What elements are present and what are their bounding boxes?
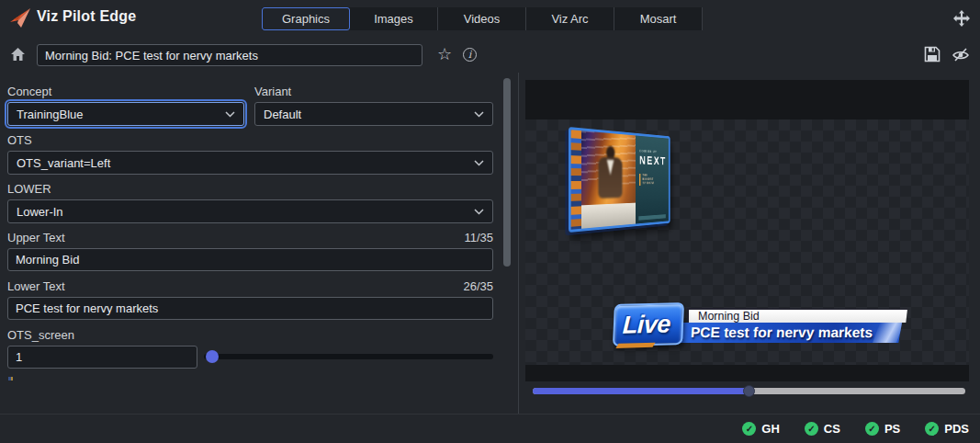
preview-panel: COMING UP NEXT THE BIGGEST TV SHOW PCE t…	[519, 72, 980, 414]
status-pds: ✓ PDS	[925, 422, 969, 436]
hide-preview-icon[interactable]	[952, 47, 970, 62]
next-text: NEXT	[639, 153, 666, 167]
lower-text-input[interactable]	[7, 297, 493, 320]
check-circle-icon: ✓	[805, 422, 818, 436]
tab-mosart[interactable]: Mosart	[614, 7, 703, 30]
ots-value: OTS_variant=Left	[17, 156, 110, 170]
lower-third-top-text: Morning Bid	[698, 310, 760, 323]
guest-silhouette	[597, 145, 628, 215]
lower-text-label: Lower Text	[7, 279, 65, 293]
chevron-down-icon	[474, 209, 484, 215]
tab-viz-arc[interactable]: Viz Arc	[526, 7, 614, 30]
ots-guest-photo	[581, 131, 636, 229]
variant-label: Variant	[254, 85, 291, 98]
ots-mini-ticker	[638, 214, 665, 221]
lower-third-bottom-bar: PCE test for nervy markets	[676, 323, 902, 343]
template-form-panel: Concept Variant TrainingBlue Default OTS…	[0, 72, 518, 414]
slider-thumb[interactable]	[206, 350, 219, 363]
ots-screen-slider[interactable]	[204, 354, 493, 359]
status-label: GH	[761, 422, 780, 436]
ots-graphic-preview: COMING UP NEXT THE BIGGEST TV SHOW	[569, 127, 670, 233]
concept-select[interactable]: TrainingBlue	[7, 102, 244, 126]
chevron-down-icon	[225, 111, 235, 118]
form-scrollbar[interactable]	[503, 78, 511, 267]
top-bar: Viz Pilot Edge Graphics Images Videos Vi…	[0, 0, 980, 37]
graphic-title-input[interactable]	[37, 44, 422, 66]
lower-third-bottom-text: PCE test for nervy markets	[691, 324, 873, 341]
status-label: CS	[824, 422, 840, 436]
lower-value: Lower-In	[17, 205, 63, 219]
lower-text-counter: 26/35	[463, 279, 493, 293]
save-icon[interactable]	[924, 46, 941, 62]
status-label: PS	[884, 422, 900, 436]
lower-third-preview: PCE test for nervy markets Morning Bid L…	[610, 301, 969, 353]
preview-progress-bar[interactable]	[533, 388, 965, 394]
progress-thumb[interactable]	[743, 385, 755, 397]
chevron-down-icon	[474, 160, 484, 166]
app-title: Viz Pilot Edge	[37, 8, 136, 25]
chevron-down-icon	[474, 111, 484, 118]
move-icon[interactable]	[953, 10, 970, 27]
status-ps: ✓ PS	[865, 422, 900, 436]
preview-viewport: COMING UP NEXT THE BIGGEST TV SHOW PCE t…	[525, 80, 969, 381]
ots-screen-input[interactable]	[7, 346, 197, 369]
ots-side-stripe	[571, 130, 581, 230]
live-badge-text: Live	[622, 310, 674, 339]
check-circle-icon: ✓	[742, 422, 756, 436]
letterbox-top	[525, 80, 969, 119]
lower-third-top-bar: Morning Bid	[687, 308, 907, 323]
live-badge: Live	[613, 302, 684, 346]
status-cs: ✓ CS	[805, 422, 840, 436]
ots-frame: COMING UP NEXT THE BIGGEST TV SHOW	[569, 127, 670, 233]
tab-bar: Graphics Images Videos Viz Arc Mosart	[262, 7, 703, 30]
variant-value: Default	[264, 108, 301, 121]
variant-select[interactable]: Default	[254, 102, 493, 126]
viz-logo-icon	[9, 7, 31, 29]
tagline-line: TV SHOW	[642, 182, 665, 186]
tab-images[interactable]: Images	[350, 7, 438, 30]
lower-select[interactable]: Lower-In	[7, 199, 493, 223]
ots-label: OTS	[7, 133, 32, 147]
status-bar: ✓ GH ✓ CS ✓ PS ✓ PDS	[0, 414, 980, 443]
status-label: PDS	[944, 422, 969, 436]
concept-label: Concept	[7, 85, 51, 98]
viz-pilot-edge-window: Viz Pilot Edge Graphics Images Videos Vi…	[0, 0, 980, 443]
concept-value: TrainingBlue	[17, 108, 84, 121]
lower-label: LOWER	[7, 182, 51, 196]
tab-videos[interactable]: Videos	[438, 7, 526, 30]
ots-screen-label: OTS_screen	[7, 328, 74, 342]
ots-select[interactable]: OTS_variant=Left	[7, 151, 493, 175]
info-icon[interactable]: i	[463, 48, 477, 62]
home-icon[interactable]	[10, 47, 26, 62]
check-circle-icon: ✓	[865, 422, 879, 436]
progress-fill	[533, 388, 749, 394]
ots-text-panel: COMING UP NEXT THE BIGGEST TV SHOW	[636, 135, 669, 223]
upper-text-input[interactable]	[7, 248, 493, 271]
upper-text-label: Upper Text	[7, 231, 65, 244]
check-circle-icon: ✓	[925, 422, 939, 436]
tab-graphics[interactable]: Graphics	[262, 7, 350, 30]
letterbox-bottom	[525, 365, 969, 381]
ots-tagline: THE BIGGEST TV SHOW	[639, 174, 666, 186]
favorite-star-icon[interactable]: ☆	[437, 44, 452, 64]
status-gh: ✓ GH	[742, 422, 780, 436]
clipped-field-fragment	[8, 377, 13, 381]
upper-text-counter: 11/35	[464, 231, 493, 244]
